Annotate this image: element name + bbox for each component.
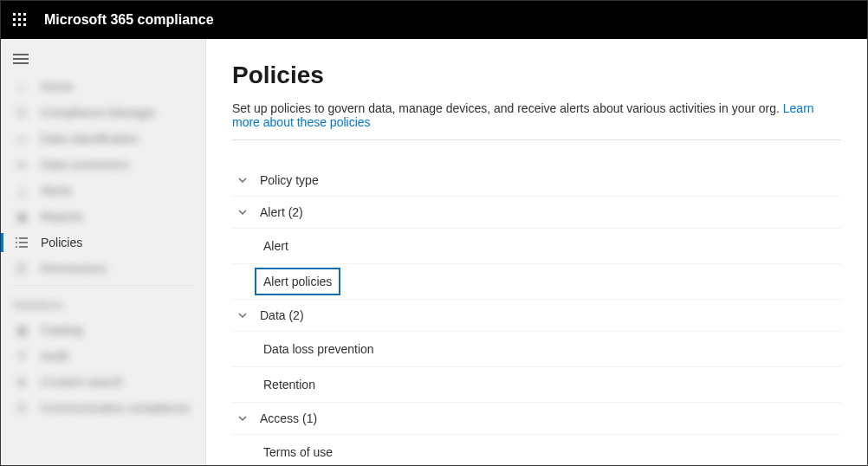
shield-icon: ☑ [15, 106, 29, 120]
key-icon: ⚿ [15, 262, 29, 275]
svg-rect-4 [18, 18, 21, 21]
grid-icon: ▦ [15, 323, 29, 337]
sidebar-item-label: Policies [41, 236, 82, 249]
chevron-down-icon [237, 310, 248, 320]
svg-rect-1 [18, 13, 21, 16]
page-title: Policies [232, 61, 841, 89]
sidebar-item-compliance-manager[interactable]: ☑Compliance Manager [1, 100, 205, 126]
policy-type-header[interactable]: Policy type [232, 165, 841, 196]
policy-icon [15, 236, 29, 249]
sidebar-item-data-connectors[interactable]: ⇆Data connectors [1, 152, 205, 178]
bell-icon: △ [15, 184, 29, 197]
sidebar-item-communication-compliance[interactable]: ☰Communication compliance [1, 395, 205, 421]
policy-item-alert[interactable]: Alert [232, 228, 841, 263]
sidebar-item-label: Data classification [41, 132, 139, 146]
sidebar-item-audit[interactable]: ⚲Audit [1, 343, 205, 369]
app-launcher-icon[interactable] [10, 10, 30, 30]
policy-item-dlp[interactable]: Data loss prevention [232, 331, 841, 366]
top-bar: Microsoft 365 compliance [1, 1, 867, 39]
svg-rect-3 [13, 18, 16, 21]
chart-icon: ▣ [15, 210, 29, 223]
sidebar: ⌂Home ☑Compliance Manager ▭Data classifi… [1, 39, 206, 465]
group-label: Data (2) [260, 308, 304, 322]
group-label: Policy type [260, 173, 319, 187]
sidebar-item-label: Audit [41, 349, 68, 363]
doc-icon: 🗎 [15, 375, 29, 389]
plug-icon: ⇆ [15, 158, 29, 172]
chat-icon: ☰ [15, 401, 29, 415]
svg-rect-2 [23, 13, 26, 16]
page-description: Set up policies to govern data, manage d… [232, 101, 841, 140]
sidebar-section-header: Solutions [1, 289, 205, 317]
sidebar-item-policies[interactable]: Policies [1, 230, 205, 256]
group-label: Access (1) [260, 411, 317, 425]
svg-rect-5 [23, 18, 26, 21]
divider [11, 285, 195, 286]
svg-rect-8 [23, 23, 26, 26]
sidebar-item-content-search[interactable]: 🗎Content search [1, 369, 205, 395]
brand-title: Microsoft 365 compliance [44, 12, 214, 28]
main-content: Policies Set up policies to govern data,… [206, 39, 867, 465]
sidebar-item-label: Compliance Manager [41, 106, 156, 120]
group-label: Alert (2) [260, 205, 303, 219]
search-icon: ⚲ [15, 349, 29, 363]
chevron-down-icon [237, 175, 248, 185]
sidebar-item-label: Reports [41, 210, 83, 223]
sidebar-item-label: Communication compliance [41, 401, 190, 415]
sidebar-item-label: Alerts [41, 184, 72, 197]
sidebar-item-label: Permissions [41, 262, 107, 275]
policy-item-terms-of-use[interactable]: Terms of use [232, 434, 841, 465]
home-icon: ⌂ [15, 80, 29, 94]
sidebar-item-permissions[interactable]: ⚿Permissions [1, 256, 205, 282]
sidebar-item-reports[interactable]: ▣Reports [1, 204, 205, 230]
sidebar-item-home[interactable]: ⌂Home [1, 74, 205, 100]
group-data[interactable]: Data (2) [232, 299, 841, 331]
policy-item-alert-policies[interactable]: Alert policies [232, 263, 841, 299]
sidebar-item-label: Content search [41, 375, 123, 389]
group-alert[interactable]: Alert (2) [232, 196, 841, 228]
svg-rect-0 [13, 13, 16, 16]
sidebar-item-label: Home [41, 80, 73, 94]
chevron-down-icon [237, 413, 248, 424]
sidebar-item-data-classification[interactable]: ▭Data classification [1, 126, 205, 152]
svg-rect-7 [18, 23, 21, 26]
sidebar-item-label: Data connectors [41, 158, 129, 172]
chevron-down-icon [237, 207, 248, 217]
sidebar-item-label: Catalog [41, 323, 82, 337]
policy-item-retention[interactable]: Retention [232, 366, 841, 402]
group-access[interactable]: Access (1) [232, 402, 841, 434]
svg-rect-6 [13, 23, 16, 26]
tag-icon: ▭ [15, 132, 29, 146]
sidebar-item-catalog[interactable]: ▦Catalog [1, 317, 205, 343]
sidebar-item-alerts[interactable]: △Alerts [1, 178, 205, 204]
collapse-nav-icon[interactable] [1, 48, 205, 74]
